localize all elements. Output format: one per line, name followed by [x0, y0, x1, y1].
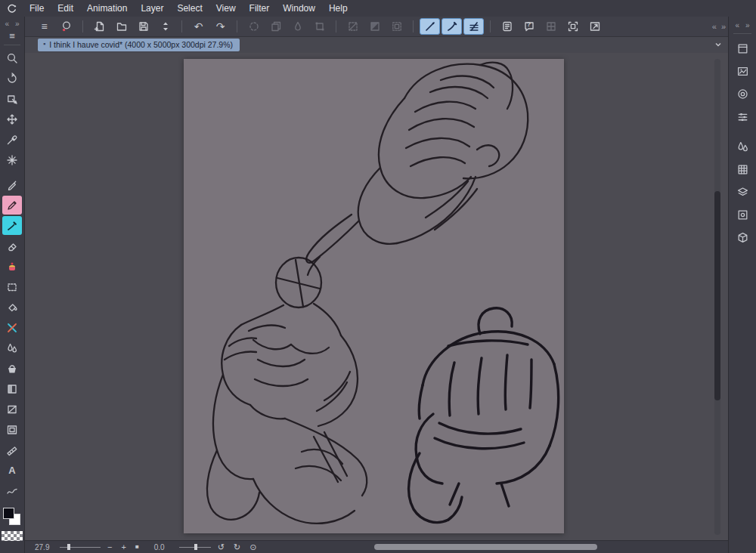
rotate-cw-button[interactable]: ↻: [229, 542, 245, 552]
zoom-slider[interactable]: [60, 542, 101, 551]
delete-icon[interactable]: [243, 18, 264, 35]
menu-filter[interactable]: Filter: [243, 0, 277, 17]
color-swatches: [2, 507, 22, 527]
panels-expand-icon[interactable]: »: [745, 21, 750, 29]
layer-move-tool[interactable]: [2, 110, 22, 128]
auto-select-tool[interactable]: [2, 150, 22, 169]
document-title: I think I hauve covid* (4000 x 5000px 30…: [49, 40, 233, 49]
menu-edit[interactable]: Edit: [51, 0, 80, 17]
tab-list-chevron-icon[interactable]: [714, 40, 723, 49]
tab-bullet-icon: ▪: [43, 41, 45, 48]
new-document-icon[interactable]: [89, 18, 110, 35]
divider: [237, 20, 237, 32]
panels-collapse-icon[interactable]: «: [735, 21, 739, 29]
undo-icon[interactable]: ↶: [188, 18, 209, 35]
tools-expand-icon[interactable]: »: [15, 20, 20, 28]
redo-icon[interactable]: ↷: [210, 18, 231, 35]
rotation-slider-thumb[interactable]: [194, 544, 197, 550]
fill-icon[interactable]: [287, 18, 308, 35]
zoom-in-button[interactable]: +: [116, 542, 130, 552]
horizontal-scrollbar[interactable]: [342, 544, 723, 550]
layer-property-panel-icon[interactable]: [732, 205, 753, 224]
decoration-tool[interactable]: [2, 257, 22, 276]
canvas-area[interactable]: [24, 53, 729, 541]
tools-collapse-icon[interactable]: «: [5, 20, 9, 28]
ruler-tool[interactable]: [2, 440, 22, 459]
menu-view[interactable]: View: [209, 0, 243, 17]
gradient-tool[interactable]: [2, 379, 22, 398]
snap-to-special-ruler-icon[interactable]: [442, 18, 462, 35]
invert-selection-icon[interactable]: [364, 18, 385, 35]
open-file-icon[interactable]: [111, 18, 132, 35]
eyedropper-tool[interactable]: [2, 130, 22, 149]
save-icon[interactable]: [133, 18, 153, 35]
material-box-panel-icon[interactable]: [732, 227, 753, 247]
vertical-scrollbar-thumb[interactable]: [714, 191, 720, 400]
liquify-tool[interactable]: [2, 318, 22, 337]
snap-to-ruler-icon[interactable]: [420, 18, 440, 35]
pen-tool[interactable]: [2, 175, 22, 194]
rotation-value[interactable]: 0.0: [144, 543, 177, 551]
layer-panel-icon[interactable]: [732, 182, 753, 202]
material-panel-icon[interactable]: [497, 18, 517, 35]
menu-animation[interactable]: Animation: [80, 0, 134, 17]
switch-updown-icon[interactable]: [155, 18, 175, 35]
transform-icon[interactable]: [309, 18, 330, 35]
zoom-slider-track: [60, 547, 101, 548]
help-bubble-icon[interactable]: ?: [519, 18, 539, 35]
rotate-ccw-button[interactable]: ↺: [213, 542, 229, 552]
sub-view-panel-icon[interactable]: [732, 61, 753, 81]
frame-border-tool[interactable]: [2, 420, 22, 439]
deselect-icon[interactable]: [342, 18, 363, 35]
text-tool[interactable]: A: [2, 461, 22, 480]
horizontal-scrollbar-thumb[interactable]: [374, 544, 597, 550]
operation-tool[interactable]: [2, 89, 22, 108]
selection-tool[interactable]: [2, 277, 22, 296]
menu-layer[interactable]: Layer: [134, 0, 170, 17]
screen-mode-icon[interactable]: [584, 18, 605, 35]
color-wheel-panel-icon[interactable]: [732, 84, 753, 103]
help-question-mark: ?: [519, 20, 539, 28]
divider: [733, 33, 751, 34]
menu-file[interactable]: File: [23, 0, 51, 17]
figure-tool[interactable]: [2, 400, 22, 419]
navigator-panel-icon[interactable]: [732, 39, 753, 58]
canvas-document[interactable]: [184, 59, 564, 533]
paint-bucket-tool[interactable]: [2, 298, 22, 317]
clip-studio-icon[interactable]: [56, 18, 76, 35]
zoom-value[interactable]: 27.9: [24, 543, 57, 551]
divider: [413, 20, 414, 32]
menu-select[interactable]: Select: [170, 0, 209, 17]
menu-window[interactable]: Window: [276, 0, 322, 17]
tool-property-panel-icon[interactable]: [732, 107, 753, 126]
reset-rotation-button[interactable]: ⊙: [245, 542, 261, 552]
zoom-slider-thumb[interactable]: [67, 544, 70, 550]
document-tab[interactable]: ▪ I think I hauve covid* (4000 x 5000px …: [38, 39, 240, 51]
crop-marks-icon[interactable]: [562, 18, 583, 35]
main-menu-icon[interactable]: ≡: [34, 18, 54, 35]
grid-icon[interactable]: [541, 18, 561, 35]
transparent-color-swatch[interactable]: [2, 531, 23, 541]
zoom-out-button[interactable]: −: [103, 542, 116, 552]
fit-to-screen-button[interactable]: ■: [131, 542, 144, 552]
rotation-slider[interactable]: [179, 542, 211, 551]
toolbar-collapse-left[interactable]: «: [712, 22, 717, 31]
blend-tool[interactable]: [2, 338, 22, 357]
toolbar-collapse-right[interactable]: »: [721, 22, 726, 31]
vertical-scrollbar[interactable]: [714, 59, 720, 535]
color-set-panel-icon[interactable]: [732, 159, 753, 179]
pan-rotate-tool[interactable]: [2, 69, 22, 88]
copy-icon[interactable]: [265, 18, 286, 35]
menu-help[interactable]: Help: [322, 0, 355, 17]
selection-border-icon[interactable]: [386, 18, 407, 35]
pencil-tool[interactable]: [2, 196, 22, 215]
foreground-color-swatch[interactable]: [3, 508, 14, 519]
correct-line-tool[interactable]: [2, 481, 22, 500]
tool-palette-menu-icon[interactable]: ≡: [9, 30, 15, 42]
eraser-tool[interactable]: [2, 236, 22, 255]
fill-tool[interactable]: [2, 359, 22, 378]
color-mixing-panel-icon[interactable]: [732, 137, 753, 156]
airbrush-tool[interactable]: [2, 216, 22, 235]
snap-to-grid-icon[interactable]: [463, 18, 484, 35]
zoom-tool[interactable]: [2, 48, 22, 67]
